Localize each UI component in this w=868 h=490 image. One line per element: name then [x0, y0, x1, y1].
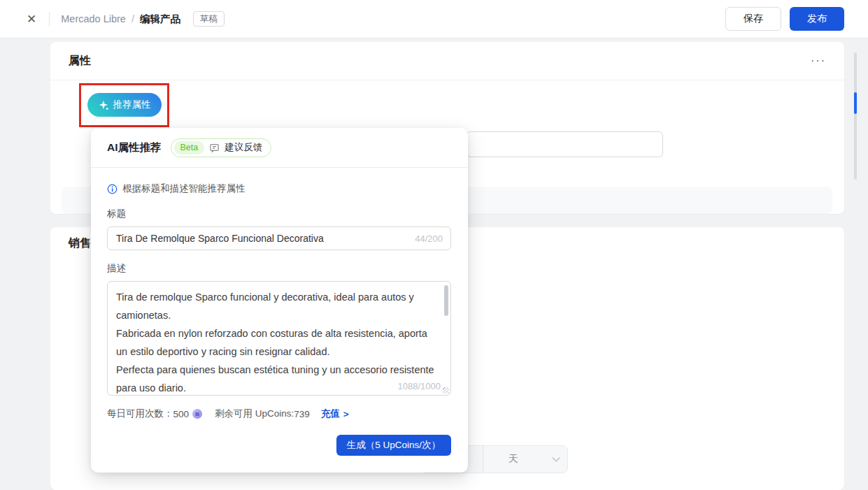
chevron-right-icon[interactable]: >	[343, 409, 349, 419]
textarea-scrollbar-thumb[interactable]	[444, 285, 448, 316]
recommend-attributes-button[interactable]: 推荐属性	[87, 93, 162, 117]
attribute-value-input[interactable]	[467, 131, 663, 157]
breadcrumb-page: 编辑产品	[140, 13, 180, 26]
top-bar-actions: 保存 发布	[725, 7, 868, 31]
attributes-card-title: 属性	[69, 54, 91, 69]
beta-feedback-pill[interactable]: Beta 建议反馈	[171, 138, 272, 157]
description-char-counter: 1088/1000	[398, 381, 441, 391]
beta-badge: Beta	[174, 141, 205, 154]
generate-row: 生成（5 UpCoins/次）	[107, 435, 451, 456]
popover-header: AI属性推荐 Beta 建议反馈	[91, 128, 468, 168]
remaining-upcoins-value: 739	[294, 409, 310, 419]
breadcrumb-app[interactable]: Mercado Libre	[61, 13, 126, 24]
attributes-card-header: 属性 ···	[50, 42, 844, 80]
usage-row: 每日可用次数：500 B 剩余可用 UpCoins: 739 充值 >	[107, 408, 451, 420]
scroll-indicator-track[interactable]	[854, 52, 857, 180]
duration-unit-select[interactable]: 天	[483, 446, 567, 473]
title-input[interactable]	[107, 226, 451, 250]
info-row: 根据标题和描述智能推荐属性	[107, 182, 451, 196]
scroll-indicator-thumb[interactable]	[854, 92, 857, 114]
info-text: 根据标题和描述智能推荐属性	[122, 182, 246, 195]
top-bar: ✕ Mercado Libre / 编辑产品 草稿 保存 发布	[0, 0, 868, 38]
title-field-label: 标题	[107, 208, 451, 220]
info-icon	[107, 184, 118, 194]
title-field: 44/200	[107, 226, 451, 250]
more-options-icon[interactable]: ···	[811, 57, 826, 64]
feedback-comment-icon	[209, 143, 220, 153]
breadcrumb-separator: /	[131, 13, 134, 24]
resize-handle-icon[interactable]	[443, 387, 449, 394]
app-screen: ✕ Mercado Libre / 编辑产品 草稿 保存 发布 属性 ··· 推…	[0, 0, 868, 490]
duration-unit-value: 天	[508, 453, 518, 466]
draft-status-badge: 草稿	[193, 11, 225, 27]
feedback-label: 建议反馈	[225, 141, 262, 154]
recharge-link[interactable]: 充值	[321, 408, 340, 420]
publish-button[interactable]: 发布	[790, 7, 844, 31]
top-bar-left: ✕ Mercado Libre / 编辑产品 草稿	[0, 11, 225, 27]
description-textarea[interactable]: Tira de remolque Sparco funcional y deco…	[108, 282, 450, 395]
save-button[interactable]: 保存	[725, 7, 781, 31]
daily-usage-label: 每日可用次数：	[107, 408, 173, 420]
sparkle-icon	[99, 100, 109, 110]
ai-attribute-popover: AI属性推荐 Beta 建议反馈 根据标题和描述智能推荐属性 标题 44/200	[91, 128, 468, 473]
description-field-label: 描述	[107, 262, 451, 275]
title-char-counter: 44/200	[415, 233, 443, 244]
popover-body: 根据标题和描述智能推荐属性 标题 44/200 描述 Tira de remol…	[91, 182, 468, 456]
close-icon[interactable]: ✕	[27, 13, 36, 25]
chevron-down-icon	[552, 454, 560, 461]
generate-button[interactable]: 生成（5 UpCoins/次）	[336, 435, 451, 456]
header-divider	[49, 12, 50, 26]
upcoin-icon: B	[192, 409, 202, 419]
description-field: Tira de remolque Sparco funcional y deco…	[107, 281, 451, 396]
recommend-attributes-label: 推荐属性	[113, 99, 151, 111]
breadcrumb: Mercado Libre / 编辑产品	[61, 13, 180, 26]
popover-title: AI属性推荐	[107, 140, 162, 155]
remaining-upcoins-label: 剩余可用 UpCoins:	[215, 408, 294, 420]
daily-usage-value: 500	[173, 409, 190, 419]
